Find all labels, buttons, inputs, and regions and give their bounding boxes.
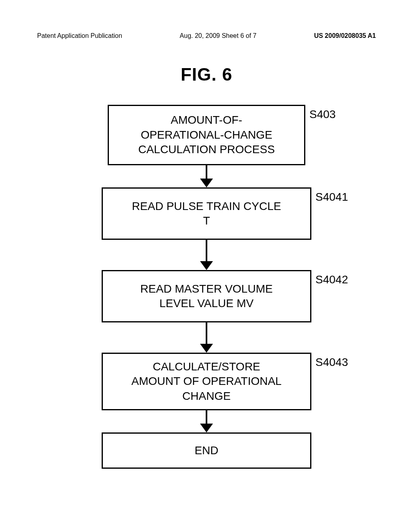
step-s4041-line1: READ PULSE TRAIN CYCLE (132, 199, 281, 214)
step-s4041-box: READ PULSE TRAIN CYCLE T (102, 187, 311, 240)
header-left: Patent Application Publication (37, 32, 122, 39)
step-s4043-box: CALCULATE/STORE AMOUNT OF OPERATIONAL CH… (102, 353, 311, 410)
step-s4043-label: S4043 (315, 356, 348, 369)
arrow-s4041-to-s4042 (206, 240, 207, 270)
figure-title: FIG. 6 (0, 64, 413, 85)
step-s4043-line3: CHANGE (182, 389, 231, 403)
step-s403-line1: AMOUNT-OF- (171, 113, 242, 127)
step-end-line1: END (194, 443, 218, 458)
arrow-s403-to-s4041 (206, 165, 207, 187)
page: Patent Application Publication Aug. 20, … (0, 0, 413, 532)
page-header: Patent Application Publication Aug. 20, … (37, 32, 376, 39)
header-right: US 2009/0208035 A1 (314, 32, 376, 39)
arrow-s4043-to-end (206, 410, 207, 432)
step-s403-box: AMOUNT-OF- OPERATIONAL-CHANGE CALCULATIO… (108, 105, 305, 165)
step-s4041-label: S4041 (315, 191, 348, 204)
step-s4042-line1: READ MASTER VOLUME (140, 282, 273, 296)
arrow-s4042-to-s4043 (206, 322, 207, 353)
step-s4043-line2: AMOUNT OF OPERATIONAL (131, 374, 282, 389)
step-s4042-box: READ MASTER VOLUME LEVEL VALUE MV (102, 270, 311, 322)
step-s4043-line1: CALCULATE/STORE (153, 360, 261, 374)
step-s403-line2: OPERATIONAL-CHANGE (141, 128, 272, 142)
step-s403-line3: CALCULATION PROCESS (138, 142, 275, 157)
step-s4041-line2: T (203, 214, 210, 228)
step-s4042-line2: LEVEL VALUE MV (159, 296, 253, 311)
step-s4042-label: S4042 (315, 273, 348, 286)
header-center: Aug. 20, 2009 Sheet 6 of 7 (180, 32, 257, 39)
step-s403-label: S403 (309, 108, 336, 121)
flowchart: AMOUNT-OF- OPERATIONAL-CHANGE CALCULATIO… (0, 105, 413, 469)
step-end-box: END (102, 432, 311, 469)
